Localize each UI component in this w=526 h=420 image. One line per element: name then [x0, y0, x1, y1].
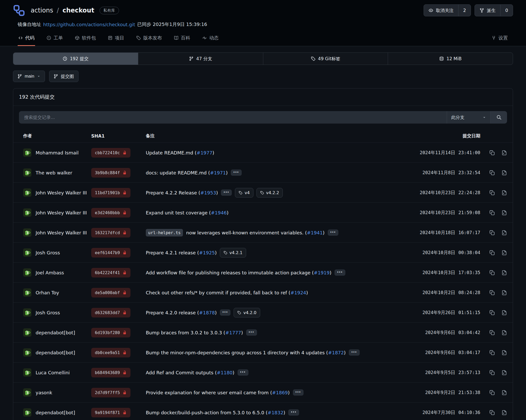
browse-source-button[interactable]: [502, 250, 507, 255]
commit-author-name[interactable]: John Wesley Walker III: [36, 210, 87, 215]
browse-source-button[interactable]: [502, 270, 507, 275]
commit-message[interactable]: Prepare 4.2.1 release (#1925): [146, 250, 217, 255]
pr-link[interactable]: #1832: [268, 410, 284, 415]
branch-selector[interactable]: main: [13, 71, 45, 82]
commit-message[interactable]: Add Ref and Commit outputs (#1180): [146, 370, 234, 375]
branch-scope-dropdown[interactable]: 此分支: [447, 111, 490, 124]
commit-author-name[interactable]: John Wesley Walker III: [36, 190, 87, 195]
version-tag-chip[interactable]: v4.2.2: [257, 188, 283, 198]
commit-author-name[interactable]: dependabot[bot]: [36, 410, 75, 415]
commit-sha-link[interactable]: db0cee9a51: [91, 348, 130, 357]
pr-link[interactable]: #1941: [307, 230, 323, 235]
more-button[interactable]: •••: [334, 269, 345, 276]
copy-sha-button[interactable]: [489, 230, 495, 235]
commit-graph-button[interactable]: 提交图: [49, 71, 78, 82]
version-tag-chip[interactable]: v4: [235, 188, 253, 198]
pr-link[interactable]: #1180: [217, 370, 233, 375]
copy-sha-button[interactable]: [489, 150, 495, 155]
copy-sha-button[interactable]: [489, 310, 495, 315]
commit-sha-link[interactable]: de5a000abf: [91, 288, 130, 297]
pr-link[interactable]: #1872: [328, 350, 344, 355]
commit-sha-link[interactable]: 3b9b8c884f: [91, 168, 130, 178]
pr-link[interactable]: #1953: [200, 190, 216, 195]
commit-author-name[interactable]: Joel Ambass: [36, 270, 64, 275]
copy-sha-button[interactable]: [489, 290, 495, 295]
search-button[interactable]: [490, 111, 507, 124]
more-button[interactable]: •••: [220, 309, 231, 316]
commit-message[interactable]: Prepare 4.2.0 release (#1878): [146, 310, 217, 315]
more-button[interactable]: •••: [231, 170, 242, 176]
commit-author-name[interactable]: Luca Comellini: [36, 370, 70, 375]
commit-sha-link[interactable]: d632683dd7: [91, 308, 130, 317]
more-button[interactable]: •••: [238, 369, 248, 376]
copy-sha-button[interactable]: [489, 410, 495, 415]
browse-source-button[interactable]: [502, 330, 507, 335]
commit-message[interactable]: Expand unit test coverage (#1946): [146, 210, 228, 215]
commit-sha-link[interactable]: b684943689: [91, 368, 130, 377]
commit-search-input[interactable]: [19, 111, 447, 124]
browse-source-button[interactable]: [502, 350, 507, 355]
tab-settings[interactable]: 设置: [491, 31, 508, 46]
pr-link[interactable]: #1869: [272, 390, 288, 395]
pr-link[interactable]: #1924: [290, 290, 306, 295]
pr-link[interactable]: #1777: [225, 330, 241, 335]
commit-author-name[interactable]: Orhan Toy: [36, 290, 59, 295]
copy-sha-button[interactable]: [489, 250, 495, 255]
repo-name-link[interactable]: checkout: [62, 7, 94, 14]
commit-author-name[interactable]: The web walker: [36, 170, 72, 175]
browse-source-button[interactable]: [502, 170, 507, 175]
commit-sha-link[interactable]: eef61447b9: [91, 248, 130, 258]
commit-author-name[interactable]: John Wesley Walker III: [36, 230, 87, 235]
copy-sha-button[interactable]: [489, 330, 495, 335]
copy-sha-button[interactable]: [489, 350, 495, 355]
commit-sha-link[interactable]: 2d7d9f7ff5: [91, 388, 130, 397]
tab-activity[interactable]: 动态: [202, 31, 219, 46]
commit-sha-link[interactable]: cbb722410c: [91, 148, 130, 158]
commit-author-name[interactable]: Josh Gross: [36, 310, 60, 315]
browse-source-button[interactable]: [502, 230, 507, 235]
tab-code[interactable]: 代码: [18, 31, 35, 46]
mirror-url-link[interactable]: https://github.com/actions/checkout.git: [43, 22, 135, 27]
browse-source-button[interactable]: [502, 210, 507, 215]
browse-source-button[interactable]: [502, 390, 507, 395]
commit-message[interactable]: Provide explanation for where user email…: [146, 390, 290, 395]
tab-wiki[interactable]: 百科: [173, 31, 191, 46]
commit-sha-link[interactable]: 163217dfcd: [91, 228, 130, 238]
commit-sha-link[interactable]: e3d2460bbb: [91, 208, 130, 218]
commit-author-name[interactable]: Mohammad Ismail: [36, 150, 78, 155]
commit-message[interactable]: Prepare 4.2.2 Release (#1953): [146, 190, 218, 195]
commit-message[interactable]: Check out other refs/* by commit if prov…: [146, 290, 308, 295]
pr-link[interactable]: #1946: [211, 210, 227, 215]
browse-source-button[interactable]: [502, 150, 507, 155]
copy-sha-button[interactable]: [489, 210, 495, 215]
commit-message[interactable]: Add workflow file for publishing release…: [146, 270, 331, 275]
pr-link[interactable]: #1925: [199, 250, 215, 255]
commit-author-name[interactable]: yasonk: [36, 390, 52, 395]
tab-releases[interactable]: 版本发布: [136, 31, 162, 46]
tab-packages[interactable]: 软件包: [74, 31, 96, 46]
more-button[interactable]: •••: [349, 349, 360, 356]
browse-source-button[interactable]: [502, 410, 507, 415]
tab-projects[interactable]: 项目: [107, 31, 125, 46]
commit-message[interactable]: Bump braces from 3.0.2 to 3.0.3 (#1777): [146, 330, 243, 335]
commit-message[interactable]: docs: update README.md (#1971): [146, 170, 228, 175]
commit-sha-link[interactable]: 6d193bf280: [91, 328, 130, 337]
copy-sha-button[interactable]: [489, 190, 495, 195]
stats-size[interactable]: 12 MiB: [388, 53, 513, 65]
version-tag-chip[interactable]: v4.2.0: [234, 308, 260, 317]
browse-source-button[interactable]: [502, 370, 507, 375]
stats-commits[interactable]: 192 提交: [13, 53, 138, 65]
more-button[interactable]: •••: [221, 189, 232, 196]
fork-button[interactable]: 派生: [475, 5, 500, 16]
commit-author-name[interactable]: dependabot[bot]: [36, 350, 75, 355]
commit-sha-link[interactable]: 6b42224f41: [91, 268, 130, 277]
copy-sha-button[interactable]: [489, 390, 495, 395]
more-button[interactable]: •••: [246, 329, 257, 336]
commit-sha-link[interactable]: 9a9194f871: [91, 408, 130, 417]
repo-owner-link[interactable]: actions: [31, 7, 53, 14]
commit-author-name[interactable]: dependabot[bot]: [36, 330, 75, 335]
browse-source-button[interactable]: [502, 310, 507, 315]
copy-sha-button[interactable]: [489, 270, 495, 275]
tab-issues[interactable]: 工单: [46, 31, 63, 46]
pr-link[interactable]: #1971: [210, 170, 226, 175]
